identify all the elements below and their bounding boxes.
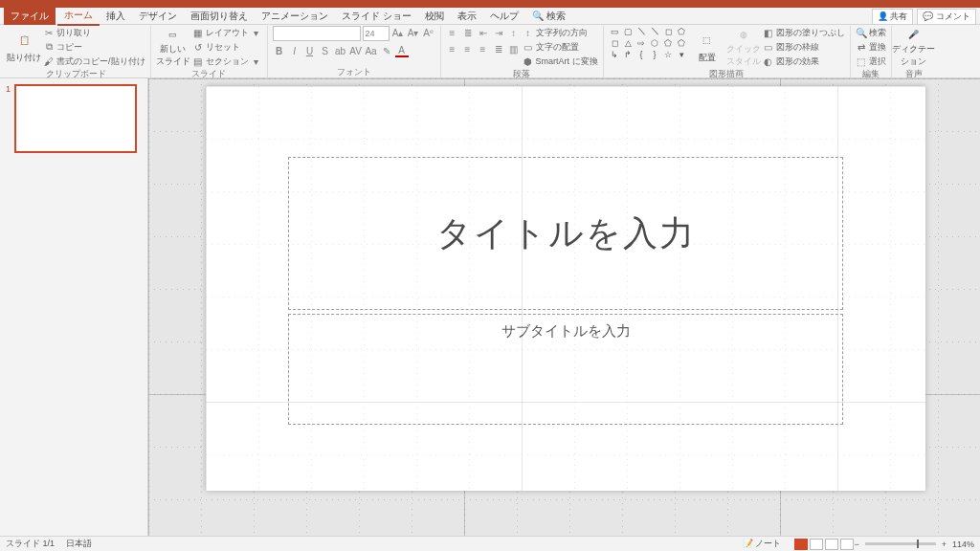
- tab-home[interactable]: ホーム: [57, 7, 100, 26]
- reset-button[interactable]: ↺リセット: [192, 40, 262, 54]
- sorter-view-button[interactable]: [810, 539, 823, 550]
- zoom-in-button[interactable]: +: [942, 540, 947, 549]
- slide-canvas-area[interactable]: タイトルを入力 サブタイトルを入力: [148, 78, 980, 536]
- section-label: セクション: [206, 55, 249, 68]
- notes-button[interactable]: 📝 ノート: [743, 538, 782, 550]
- tab-view[interactable]: 表示: [451, 8, 483, 25]
- clear-format-button[interactable]: Aᵉ: [422, 26, 435, 39]
- text-align-button[interactable]: ▭文字の配置: [523, 40, 598, 54]
- increase-font-button[interactable]: A▴: [391, 26, 405, 39]
- quick-styles-button[interactable]: ◍ クイック スタイル: [726, 26, 761, 68]
- cut-button[interactable]: ✂切り取り: [43, 26, 145, 39]
- indent-dec-button[interactable]: ⇤: [477, 26, 490, 39]
- textalign-icon: ▭: [523, 41, 534, 53]
- thumb-number: 1: [6, 84, 11, 94]
- convert-smartart-button[interactable]: ⬢SmartArt に変換: [523, 55, 598, 68]
- tab-transitions[interactable]: 画面切り替え: [184, 8, 255, 25]
- share-label: 共有: [890, 11, 907, 21]
- tab-slideshow[interactable]: スライド ショー: [335, 8, 418, 25]
- copy-button[interactable]: ⧉コピー: [43, 40, 145, 54]
- tab-insert[interactable]: 挿入: [100, 8, 132, 25]
- layout-button[interactable]: ▦レイアウト▾: [192, 26, 262, 39]
- text-direction-button[interactable]: ↕文字列の方向: [523, 26, 598, 39]
- slide-thumbnail-1[interactable]: [14, 84, 137, 153]
- align-center-button[interactable]: ≡: [461, 42, 475, 55]
- title-placeholder[interactable]: タイトルを入力: [288, 157, 843, 310]
- zoom-slider[interactable]: [865, 542, 936, 545]
- group-paragraph: ≡ ≣ ⇤ ⇥ ↕ ≡ ≡ ≡ ≣ ▥ ↕文字列の方向 ▭文字の配置 ⬢Smar…: [441, 26, 604, 79]
- replace-button[interactable]: ⇄置換: [856, 40, 886, 54]
- replace-label: 置換: [869, 41, 886, 54]
- change-case-button[interactable]: Aa: [365, 44, 378, 57]
- shape-effects-button[interactable]: ◐図形の効果: [763, 55, 845, 68]
- paste-icon: 📋: [13, 30, 34, 51]
- tab-animations[interactable]: アニメーション: [255, 8, 335, 25]
- normal-view-button[interactable]: [794, 539, 808, 550]
- format-painter-label: 書式のコピー/貼り付け: [56, 55, 145, 68]
- cut-icon: ✂: [43, 27, 55, 38]
- shapes-gallery[interactable]: ▭▢＼＼◻⬠ ◻△⇨⬡⬠⬠ ↳↱{}☆▾: [609, 26, 688, 59]
- font-color-button[interactable]: A: [395, 44, 409, 57]
- find-button[interactable]: 🔍検索: [856, 26, 886, 39]
- font-name-input[interactable]: [273, 26, 361, 41]
- group-font: 24 A▴ A▾ Aᵉ B I U S ab AV Aa ✎ A フォント: [268, 26, 441, 79]
- paste-button[interactable]: 📋 貼り付け: [7, 26, 41, 68]
- zoom-thumb[interactable]: [917, 540, 919, 548]
- zoom-value[interactable]: 114%: [952, 540, 974, 549]
- align-left-button[interactable]: ≡: [446, 42, 459, 55]
- layout-icon: ▦: [192, 27, 204, 38]
- arrange-button[interactable]: ⬚ 配置: [690, 26, 724, 68]
- thumbnail-pane[interactable]: 1: [0, 78, 148, 536]
- zoom-out-button[interactable]: −: [854, 540, 858, 549]
- comment-label: コメント: [936, 11, 970, 21]
- tab-review[interactable]: 校閲: [418, 8, 451, 25]
- reading-view-button[interactable]: [825, 539, 838, 550]
- columns-button[interactable]: ▥: [507, 42, 521, 55]
- new-slide-button[interactable]: ▭ 新しい スライド: [156, 26, 190, 68]
- new-slide-label: 新しい スライド: [156, 43, 190, 68]
- italic-button[interactable]: I: [288, 44, 301, 57]
- group-voice: 🎤 ディクテー ション 音声: [892, 26, 936, 79]
- subtitle-placeholder-text: サブタイトルを入力: [501, 322, 631, 341]
- comment-button[interactable]: 💬 コメント: [917, 9, 976, 25]
- bold-button[interactable]: B: [273, 44, 286, 57]
- textdir-icon: ↕: [523, 27, 534, 38]
- numbering-button[interactable]: ≣: [461, 26, 475, 39]
- shape-fill-button[interactable]: ◧図形の塗りつぶし: [763, 26, 845, 39]
- select-icon: ⬚: [856, 55, 867, 67]
- dictate-button[interactable]: 🎤 ディクテー ション: [897, 26, 931, 68]
- notes-label: ノート: [755, 539, 781, 548]
- decrease-font-button[interactable]: A▾: [407, 26, 420, 39]
- subtitle-placeholder[interactable]: サブタイトルを入力: [288, 314, 843, 425]
- tab-design[interactable]: デザイン: [132, 8, 184, 25]
- slide-count[interactable]: スライド 1/1: [6, 538, 55, 550]
- shape-outline-button[interactable]: ▭図形の枠線: [763, 40, 845, 54]
- select-button[interactable]: ⬚選択: [856, 55, 886, 68]
- quick-styles-icon: ◍: [733, 26, 754, 42]
- section-button[interactable]: ▤セクション▾: [192, 55, 262, 68]
- workspace: 1 タイトルを入力 サブタイトルを入力: [0, 78, 980, 536]
- line-spacing-button[interactable]: ↕: [507, 26, 521, 39]
- tab-file[interactable]: ファイル: [4, 8, 56, 25]
- strike-button[interactable]: S: [319, 44, 332, 57]
- smartart-icon: ⬢: [523, 55, 534, 67]
- language-indicator[interactable]: 日本語: [66, 538, 92, 550]
- indent-inc-button[interactable]: ⇥: [492, 26, 505, 39]
- font-size-input[interactable]: 24: [363, 26, 390, 41]
- share-button[interactable]: 👤 共有: [872, 9, 914, 25]
- cut-label: 切り取り: [56, 27, 91, 39]
- justify-button[interactable]: ≣: [492, 42, 505, 55]
- copy-label: コピー: [56, 41, 82, 54]
- format-painter-button[interactable]: 🖌書式のコピー/貼り付け: [43, 55, 145, 68]
- slideshow-view-button[interactable]: [840, 539, 854, 550]
- highlight-button[interactable]: ✎: [380, 44, 393, 57]
- tab-help[interactable]: ヘルプ: [483, 8, 525, 25]
- underline-button[interactable]: U: [303, 44, 317, 57]
- align-right-button[interactable]: ≡: [477, 42, 490, 55]
- char-spacing-button[interactable]: AV: [349, 44, 363, 57]
- shadow-button[interactable]: ab: [334, 44, 347, 57]
- zoom-control[interactable]: − + 114%: [854, 540, 974, 549]
- tab-search[interactable]: 🔍 検索: [525, 8, 572, 25]
- bullets-button[interactable]: ≡: [446, 26, 459, 39]
- slide[interactable]: タイトルを入力 サブタイトルを入力: [206, 86, 925, 491]
